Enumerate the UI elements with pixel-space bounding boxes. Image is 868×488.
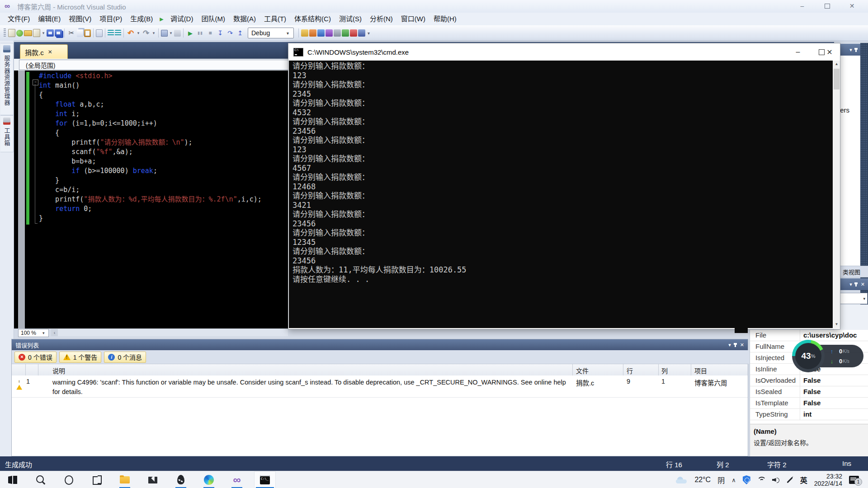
- close-tab-icon[interactable]: ✕: [48, 49, 52, 55]
- scrollbar-thumb[interactable]: [834, 69, 840, 89]
- menu-item[interactable]: 窗口(W): [397, 13, 429, 25]
- solution-explorer-icon[interactable]: [317, 29, 325, 37]
- start-debugging-icon[interactable]: [186, 28, 195, 38]
- save-all-icon[interactable]: [55, 29, 62, 37]
- run-menu-icon[interactable]: ▶: [157, 16, 166, 22]
- start-button[interactable]: [2, 471, 24, 488]
- outdent-icon[interactable]: [115, 30, 121, 36]
- scroll-down-icon[interactable]: ▼: [833, 321, 840, 328]
- scroll-up-icon[interactable]: ▲: [833, 61, 840, 68]
- weather-cloud-icon[interactable]: [676, 477, 688, 483]
- paste-icon[interactable]: [84, 29, 91, 37]
- column-header-file[interactable]: 文件: [576, 366, 589, 375]
- column-header-project[interactable]: 项目: [694, 366, 707, 375]
- menu-item[interactable]: 团队(M): [197, 13, 229, 25]
- step-over-icon[interactable]: [226, 28, 235, 38]
- property-row[interactable]: TypeString int: [750, 409, 868, 420]
- document-tab[interactable]: 捐款.c ✕: [20, 44, 68, 59]
- step-into-icon[interactable]: [216, 28, 225, 38]
- undo-icon[interactable]: [126, 28, 135, 38]
- separator[interactable]: [93, 28, 94, 38]
- new-project-icon[interactable]: [8, 29, 15, 37]
- menu-item[interactable]: 分析(N): [366, 13, 397, 25]
- auto-hide-pin-icon[interactable]: [855, 48, 857, 52]
- error-list-icon[interactable]: [350, 29, 357, 37]
- menu-item[interactable]: 测试(S): [335, 13, 366, 25]
- separator[interactable]: [158, 28, 159, 38]
- file-explorer-app[interactable]: [114, 471, 136, 488]
- alienware-app[interactable]: [170, 471, 192, 488]
- cmd-scrollbar[interactable]: ▲ ▼: [833, 61, 840, 328]
- toolbox-icon[interactable]: [334, 29, 341, 37]
- property-value[interactable]: False: [803, 399, 821, 407]
- separator[interactable]: [64, 28, 65, 38]
- property-row[interactable]: IsTemplate False: [750, 398, 868, 409]
- navigate-backward-icon[interactable]: [161, 30, 168, 37]
- cmd-title-bar[interactable]: C:\WINDOWS\system32\cmd.exe: [288, 43, 840, 61]
- cut-icon[interactable]: [67, 28, 76, 38]
- add-new-item-icon[interactable]: [33, 29, 40, 37]
- editor-zoom-dropdown[interactable]: 100 % ▾: [18, 329, 49, 337]
- dropdown-arrow[interactable]: [136, 28, 141, 38]
- property-value[interactable]: c:\users\cyp\doc: [803, 331, 857, 339]
- window-position-icon[interactable]: ▾: [849, 47, 852, 53]
- toolbar-grip[interactable]: [4, 28, 6, 38]
- column-header-line[interactable]: 行: [627, 366, 633, 375]
- auto-hide-pin-icon[interactable]: [855, 282, 857, 286]
- errors-filter-button[interactable]: ✕ 0 个错误: [14, 352, 57, 363]
- property-value[interactable]: False: [803, 376, 821, 384]
- warnings-filter-button[interactable]: 1 个警告: [59, 352, 102, 363]
- window-position-icon[interactable]: ▾: [728, 342, 731, 348]
- copy-icon[interactable]: [77, 29, 83, 37]
- volume-icon[interactable]: [772, 477, 779, 483]
- separator[interactable]: [105, 28, 105, 38]
- menu-item[interactable]: 文件(F): [4, 13, 34, 25]
- dropdown-arrow[interactable]: [151, 28, 156, 38]
- horizontal-scrollbar[interactable]: [58, 329, 288, 336]
- find-in-files-icon[interactable]: [301, 29, 308, 37]
- menu-item[interactable]: 项目(P): [95, 13, 126, 25]
- dropdown-arrow[interactable]: [169, 28, 173, 38]
- close-button[interactable]: ✕: [840, 0, 864, 12]
- tray-expand-icon[interactable]: ∧: [731, 477, 736, 483]
- dropdown-arrow[interactable]: [41, 28, 46, 38]
- start-page-icon[interactable]: [342, 29, 349, 37]
- cmd-app[interactable]: [254, 471, 276, 488]
- property-row[interactable]: IsOverloaded False: [750, 375, 868, 386]
- notification-center-icon[interactable]: 1: [849, 476, 859, 484]
- breakpoint-margin[interactable]: [18, 70, 25, 328]
- open-file-icon[interactable]: [24, 30, 32, 36]
- sidebar-tab-toolbox[interactable]: 工具箱: [0, 115, 14, 152]
- cmd-minimize-button[interactable]: –: [788, 43, 808, 61]
- menu-item[interactable]: 体系结构(C): [290, 13, 335, 25]
- clock[interactable]: 23:32 2022/4/14: [814, 473, 842, 487]
- menu-item[interactable]: 调试(D): [166, 13, 198, 25]
- cmd-window[interactable]: C:\WINDOWS\system32\cmd.exe – ✕ 请分别输入捐款数…: [288, 43, 840, 329]
- warning-row[interactable]: 1 warning C4996: 'scanf': This function …: [12, 375, 748, 398]
- menu-item[interactable]: 编辑(E): [34, 13, 65, 25]
- minimize-button[interactable]: –: [790, 0, 815, 12]
- messages-filter-button[interactable]: i 0 个消息: [104, 352, 146, 363]
- auto-hide-pin-icon[interactable]: [735, 343, 736, 347]
- console-output[interactable]: 请分别输入捐款数额：123请分别输入捐款数额：2345请分别输入捐款数额：453…: [289, 61, 833, 328]
- task-view-button[interactable]: [86, 471, 108, 488]
- outline-collapse-icon[interactable]: −: [33, 80, 38, 85]
- output-window-icon[interactable]: [358, 29, 365, 37]
- find-in-document-icon[interactable]: [96, 29, 103, 37]
- memory-usage-gauge[interactable]: 43%: [792, 340, 825, 372]
- mail-app[interactable]: [142, 471, 164, 488]
- property-row[interactable]: IsSealed False: [750, 386, 868, 398]
- cmd-close-button[interactable]: ✕: [819, 43, 840, 61]
- sidebar-tab-server-explorer[interactable]: 服务器资源管理器: [0, 43, 14, 115]
- edge-app[interactable]: [198, 471, 220, 488]
- indent-icon[interactable]: [108, 30, 114, 36]
- properties-window-icon[interactable]: [309, 29, 316, 37]
- property-value[interactable]: int: [803, 410, 811, 418]
- property-value[interactable]: False: [803, 388, 821, 395]
- window-position-icon[interactable]: ▾: [849, 282, 852, 287]
- visual-studio-app[interactable]: ∞: [226, 471, 248, 488]
- stop-icon[interactable]: [206, 28, 215, 38]
- add-item-icon[interactable]: [16, 30, 23, 37]
- close-icon[interactable]: ✕: [740, 342, 744, 348]
- toolbar-overflow-icon[interactable]: ▾: [368, 31, 370, 36]
